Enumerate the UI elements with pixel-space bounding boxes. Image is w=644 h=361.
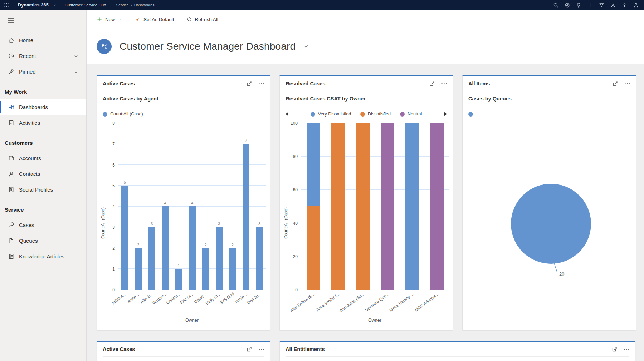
home-icon — [8, 37, 15, 44]
sidebar-item-label: Home — [19, 37, 33, 43]
app-launcher-icon[interactable] — [4, 2, 9, 8]
refresh-all-button[interactable]: Refresh All — [186, 16, 218, 22]
plot-area — [301, 123, 449, 290]
sidebar-item-contacts[interactable]: Contacts — [0, 166, 86, 182]
sidebar-item-cases[interactable]: Cases — [0, 217, 86, 233]
breadcrumb-dashboards[interactable]: Dashboards — [134, 3, 155, 7]
expand-icon[interactable] — [611, 346, 618, 352]
set-as-default-button[interactable]: Set As Default — [135, 16, 174, 22]
legend-dot — [311, 112, 315, 117]
new-button[interactable]: New — [97, 16, 123, 22]
y-tick-label: 0 — [112, 287, 115, 292]
bar[interactable] — [148, 227, 155, 290]
chevron-down-icon[interactable] — [74, 69, 78, 74]
bar-slot-system: 2 — [226, 123, 239, 290]
sidebar-item-label: Cases — [19, 222, 34, 228]
card-active-cases-bottom: Active Cases — [97, 341, 270, 361]
chart-title: Resolved Cases CSAT by Owner — [280, 91, 453, 106]
sidebar-item-recent[interactable]: Recent — [0, 48, 86, 64]
expand-icon[interactable] — [429, 81, 435, 87]
more-options-icon[interactable] — [259, 82, 264, 86]
breadcrumb-service[interactable]: Service — [116, 3, 128, 7]
new-chevron-icon[interactable] — [118, 17, 123, 21]
y-tick-label: 20 — [293, 254, 298, 259]
y-tick-label: 80 — [293, 154, 298, 159]
bar-slot-mod-adminis — [424, 123, 449, 290]
legend-entries: Very DissatisfiedDissatisfiedNeutral — [311, 112, 422, 117]
main-area: New Set As Default Refresh All Customer … — [87, 10, 644, 361]
sidebar-item-activities[interactable]: Activities — [0, 115, 86, 130]
expand-icon[interactable] — [612, 81, 618, 87]
x-label-slot: SYSTEM — [226, 290, 239, 318]
guided-help-icon[interactable] — [564, 2, 570, 8]
bar[interactable] — [202, 248, 209, 290]
help-icon[interactable] — [621, 2, 628, 8]
more-options-icon[interactable] — [441, 82, 447, 86]
legend-label: Neutral — [408, 112, 422, 117]
account-icon[interactable] — [633, 2, 639, 8]
sidebar-item-home[interactable]: Home — [0, 32, 86, 48]
sidebar-item-dashboards[interactable]: Dashboards — [0, 99, 86, 115]
bar[interactable] — [135, 248, 142, 290]
sidebar-item-label: Knowledge Articles — [19, 253, 64, 259]
brand-chevron-icon[interactable] — [52, 3, 56, 7]
more-options-icon[interactable] — [625, 82, 630, 86]
dashboard-selector-chevron-icon[interactable] — [303, 43, 309, 49]
sidebar-item-knowledge-articles[interactable]: Knowledge Articles — [0, 248, 86, 264]
app-name[interactable]: Customer Service Hub — [65, 3, 106, 7]
bar[interactable] — [256, 227, 263, 290]
legend-next-icon[interactable] — [444, 112, 447, 116]
search-icon[interactable] — [553, 2, 559, 8]
cards-row-top: Active Cases Active Cases by Agent Count… — [97, 75, 644, 331]
y-tick-label: 1 — [112, 267, 115, 272]
more-options-icon[interactable] — [624, 347, 629, 351]
chevron-down-icon[interactable] — [74, 54, 78, 58]
stacked-bar[interactable] — [356, 123, 370, 290]
bar-value-label: 2 — [204, 243, 206, 247]
stacked-bar[interactable] — [331, 123, 345, 290]
x-axis-title: Owner — [301, 318, 449, 323]
settings-icon[interactable] — [610, 2, 616, 8]
bar[interactable] — [189, 206, 196, 290]
bar[interactable] — [175, 269, 182, 290]
sidebar-item-social-profiles[interactable]: Social Profiles — [0, 182, 86, 197]
sidebar-item-pinned[interactable]: Pinned — [0, 64, 86, 79]
bar[interactable] — [243, 144, 249, 290]
more-options-icon[interactable] — [259, 347, 264, 351]
legend-prev-icon[interactable] — [286, 112, 288, 116]
sidebar-item-queues[interactable]: Queues — [0, 233, 86, 248]
stacked-bar[interactable] — [405, 123, 419, 290]
legend-item-neutral: Neutral — [400, 112, 422, 117]
queues-icon — [8, 237, 15, 244]
sidebar-item-label: Dashboards — [19, 104, 48, 110]
bar-value-label: 3 — [258, 222, 260, 226]
segment-very-dissatisfied — [307, 123, 320, 206]
bar[interactable] — [162, 206, 169, 290]
y-tick-label: 100 — [291, 121, 298, 126]
bar[interactable] — [229, 248, 236, 290]
bar-value-label: 2 — [137, 243, 139, 247]
chart-title: Active Cases by Agent — [97, 91, 270, 106]
bar-value-label: 7 — [245, 138, 247, 143]
stacked-bar[interactable] — [430, 123, 444, 290]
stacked-bar[interactable] — [381, 123, 394, 290]
sidebar-item-accounts[interactable]: Accounts — [0, 150, 86, 166]
stacked-bar[interactable] — [307, 123, 320, 290]
card-all-entitlements: All Entitlements — [279, 341, 635, 361]
legend-entries: Count:All (Case) — [103, 112, 143, 117]
bar[interactable] — [216, 227, 223, 290]
breadcrumb-separator: › — [131, 3, 132, 7]
bar-slot-dan-jump-sa — [350, 123, 375, 290]
expand-icon[interactable] — [246, 81, 252, 87]
y-tick-label: 2 — [112, 246, 115, 251]
bar-slot-kelly-kr: 3 — [212, 123, 226, 290]
expand-icon[interactable] — [246, 346, 252, 352]
page-title: Customer Service Manager Dashboard — [119, 41, 296, 52]
brand-title[interactable]: Dynamics 365 — [18, 3, 49, 8]
lightbulb-icon[interactable] — [576, 2, 582, 8]
x-label-slot: Kelly Kr... — [212, 290, 226, 318]
filter-icon[interactable] — [599, 2, 605, 8]
add-icon[interactable] — [587, 2, 593, 8]
sitemap-toggle-icon[interactable] — [7, 16, 15, 24]
bar[interactable] — [121, 186, 128, 290]
